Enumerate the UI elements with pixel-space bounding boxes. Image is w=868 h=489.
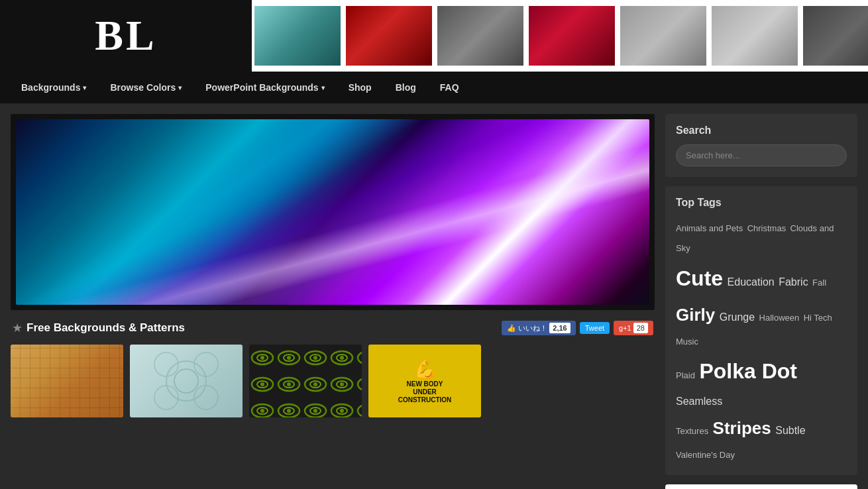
banner-thumb-2[interactable] [346,6,432,66]
gplus-label: g+1 [619,324,631,332]
tags-box: Top Tags Animals and Pets Christmas Clou… [665,186,857,475]
header: BL [0,0,868,72]
chevron-down-icon: ▾ [83,84,86,91]
nav-backgrounds[interactable]: Backgrounds ▾ [11,72,97,103]
star-icon: ★ [12,321,23,335]
nav-blog[interactable]: Blog [385,72,427,103]
gplus-button[interactable]: g+1 28 [614,321,653,335]
right-column: Search Top Tags Animals and Pets Christm… [665,114,857,489]
navbar: Backgrounds ▾ Browse Colors ▾ PowerPoint… [0,72,868,103]
facebook-like-button[interactable]: 👍 いいね！ 2,16 [502,321,575,335]
tag-plaid[interactable]: Plaid [676,370,695,380]
gplus-count: 28 [633,323,648,333]
fb-label: いいね！ [518,323,547,333]
nav-browse-colors[interactable]: Browse Colors ▾ [99,72,192,103]
main-content: ★ Free Backgrounds & Patterns 👍 いいね！ 2,1… [0,103,868,489]
tag-subtle[interactable]: Subtle [775,425,805,436]
tags-heading: Top Tags [676,197,847,209]
banner-strip [252,0,868,72]
search-input[interactable] [676,144,847,166]
thumbs-grid: 💪 NEW BODYUNDERCONSTRUCTION [11,345,655,417]
tag-fabric[interactable]: Fabric [779,276,808,288]
thumbnail-construction[interactable]: 💪 NEW BODYUNDERCONSTRUCTION [368,345,481,417]
logo: BL [95,11,156,60]
chevron-down-icon: ▾ [321,84,325,91]
nav-faq[interactable]: FAQ [429,72,470,103]
thumbnail-wood[interactable] [11,345,123,417]
tag-halloween[interactable]: Halloween [759,313,800,323]
tag-music[interactable]: Music [676,337,698,347]
svg-rect-9 [249,345,362,417]
tag-textures[interactable]: Textures [676,426,708,436]
svg-point-1 [174,369,198,393]
fb-icon: 👍 [507,324,516,333]
banner-thumb-1[interactable] [254,6,341,66]
fb-count: 2,16 [549,323,570,333]
tag-animals-and-pets[interactable]: Animals and Pets [676,223,743,233]
banner-thumb-6[interactable] [712,6,798,66]
thumbnail-black-pattern[interactable] [249,345,362,417]
tag-christmas[interactable]: Christmas [747,223,787,233]
hero-container [11,114,655,310]
search-box: Search [665,114,857,177]
tag-cute[interactable]: Cute [676,266,723,290]
tag-education[interactable]: Education [728,276,775,288]
nav-powerpoint[interactable]: PowerPoint Backgrounds ▾ [195,72,335,103]
tweet-button[interactable]: Tweet [580,322,610,334]
section-header: ★ Free Backgrounds & Patterns 👍 いいね！ 2,1… [11,321,655,335]
tag-valentines-day[interactable]: Valentine's Day [676,450,735,460]
logo-area: BL [0,0,252,72]
tag-polka-dot[interactable]: Polka Dot [699,359,797,383]
nav-shop[interactable]: Shop [338,72,382,103]
thumbnail-floral[interactable] [130,345,243,417]
chevron-down-icon: ▾ [178,84,182,91]
banner-thumb-4[interactable] [529,6,615,66]
search-heading: Search [676,125,847,136]
section-title-text: Free Backgrounds & Patterns [27,321,185,335]
banner-thumb-3[interactable] [437,6,523,66]
svg-point-0 [166,361,206,401]
tag-stripes[interactable]: Stripes [713,418,771,438]
hero-image[interactable] [16,119,649,305]
tags-content: Animals and Pets Christmas Clouds and Sk… [676,218,847,464]
social-buttons: 👍 いいね！ 2,16 Tweet g+1 28 [502,321,653,335]
tag-grunge[interactable]: Grunge [720,311,755,323]
tag-seamless[interactable]: Seamless [676,396,722,407]
tweet-label: Tweet [585,324,604,332]
left-column: ★ Free Backgrounds & Patterns 👍 いいね！ 2,1… [11,114,655,489]
tag-hitech[interactable]: Hi Tech [804,313,832,323]
section-title: ★ Free Backgrounds & Patterns [12,321,185,335]
tag-fall[interactable]: Fall [812,278,826,288]
banner-thumb-5[interactable] [620,6,706,66]
tag-girly[interactable]: Girly [676,305,715,325]
banner-thumb-7[interactable] [803,6,868,66]
whats-box: What's your [665,484,857,489]
